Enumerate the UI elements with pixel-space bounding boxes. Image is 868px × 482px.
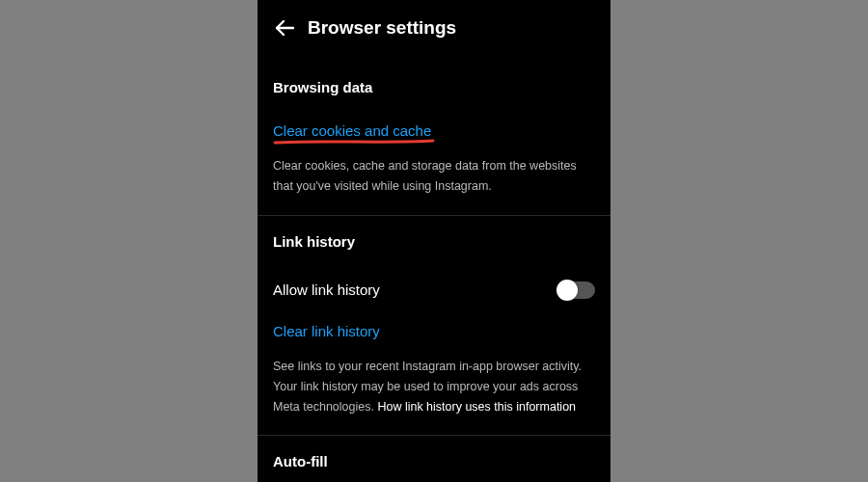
section-autofill: Auto-fill [258, 453, 610, 469]
link-history-description: See links to your recent Instagram in-ap… [273, 357, 595, 418]
section-title-autofill: Auto-fill [273, 453, 595, 469]
allow-link-history-row[interactable]: Allow link history [273, 267, 595, 313]
back-arrow-icon [273, 16, 296, 40]
page-title: Browser settings [308, 17, 456, 39]
divider [258, 435, 610, 436]
toggle-knob-icon [556, 280, 578, 301]
highlight-annotation [273, 138, 437, 146]
link-history-more-info-link[interactable]: How link history uses this information [377, 400, 576, 414]
clear-cookies-button[interactable]: Clear cookies and cache [273, 122, 431, 139]
section-browsing-data: Browsing data Clear cookies and cache Cl… [258, 79, 610, 198]
section-link-history: Link history Allow link history Clear li… [258, 233, 610, 418]
settings-screen: Browser settings Browsing data Clear coo… [258, 0, 610, 482]
clear-link-history-button[interactable]: Clear link history [273, 323, 380, 339]
section-title-browsing-data: Browsing data [273, 79, 595, 95]
clear-cookies-label: Clear cookies and cache [273, 122, 431, 139]
section-title-link-history: Link history [273, 233, 595, 250]
clear-link-history-label: Clear link history [273, 323, 380, 339]
divider [258, 215, 610, 216]
clear-cookies-description: Clear cookies, cache and storage data fr… [273, 156, 595, 198]
allow-link-history-label: Allow link history [273, 281, 380, 298]
allow-link-history-toggle[interactable] [558, 281, 595, 299]
back-button[interactable] [265, 9, 304, 47]
app-header: Browser settings [258, 0, 610, 56]
